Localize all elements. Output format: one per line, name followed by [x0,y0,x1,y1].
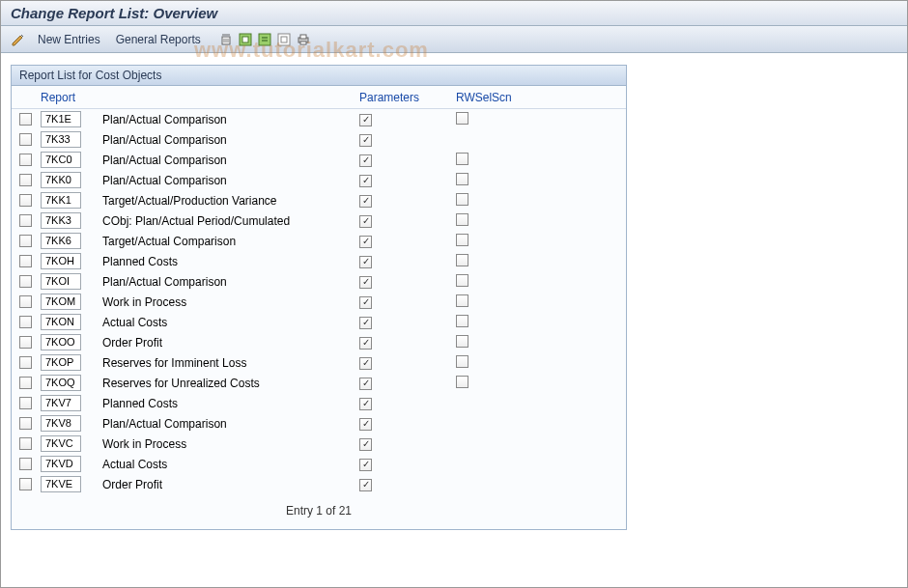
rwselscn-checkbox[interactable] [456,294,468,307]
panel-footer: Entry 1 of 21 [12,494,626,529]
rwselscn-checkbox[interactable] [456,193,468,206]
parameters-checkbox[interactable] [359,114,372,126]
col-header-parameters[interactable]: Parameters [350,91,446,104]
row-select-checkbox[interactable] [19,133,32,146]
row-select-checkbox[interactable] [19,275,32,288]
report-description: Reserves for Imminent Loss [99,356,350,370]
report-code[interactable]: 7KK3 [41,212,81,229]
rwselscn-checkbox[interactable] [456,112,468,125]
grid-body: 7K1EPlan/Actual Comparison7K33Plan/Actua… [12,109,626,494]
row-select-checkbox[interactable] [19,316,32,328]
report-description: Target/Actual Comparison [99,235,350,248]
parameters-checkbox[interactable] [359,438,372,451]
row-select-checkbox[interactable] [19,336,32,349]
parameters-checkbox[interactable] [359,256,372,268]
parameters-checkbox[interactable] [359,134,372,147]
row-select-checkbox[interactable] [19,194,32,207]
rwselscn-checkbox[interactable] [456,335,468,348]
parameters-checkbox[interactable] [359,276,372,289]
parameters-checkbox[interactable] [359,357,372,370]
report-code[interactable]: 7KK6 [41,233,81,249]
row-select-checkbox[interactable] [19,458,32,470]
select-all-icon[interactable] [238,32,253,47]
rwselscn-checkbox[interactable] [456,254,468,266]
row-select-checkbox[interactable] [19,113,32,126]
deselect-all-icon[interactable] [276,32,292,47]
row-select-checkbox[interactable] [19,154,32,166]
report-code[interactable]: 7KOM [41,294,81,310]
report-code[interactable]: 7KOQ [41,375,81,391]
table-row: 7KK0Plan/Actual Comparison [12,170,626,190]
general-reports-button[interactable]: General Reports [112,31,205,48]
row-select-checkbox[interactable] [19,437,32,450]
parameters-checkbox[interactable] [359,195,372,208]
col-header-rwselscn[interactable]: RWSelScn [446,91,543,104]
report-description: Plan/Actual Comparison [99,113,350,126]
report-code[interactable]: 7KK0 [41,172,81,188]
rwselscn-checkbox[interactable] [456,274,468,287]
report-code[interactable]: 7KON [41,314,81,330]
parameters-checkbox[interactable] [359,378,372,390]
table-row: 7KK6Target/Actual Comparison [12,231,626,251]
table-row: 7KV8Plan/Actual Comparison [12,413,626,434]
report-code[interactable]: 7KVC [41,435,81,452]
rwselscn-checkbox[interactable] [456,213,468,226]
row-select-checkbox[interactable] [19,377,32,389]
parameters-checkbox[interactable] [359,398,372,410]
parameters-checkbox[interactable] [359,418,372,431]
parameters-checkbox[interactable] [359,317,372,329]
row-select-checkbox[interactable] [19,478,32,490]
rwselscn-checkbox[interactable] [456,234,468,246]
select-block-icon[interactable] [257,32,272,47]
report-code[interactable]: 7KV7 [41,395,81,411]
parameters-checkbox[interactable] [359,215,372,228]
row-select-checkbox[interactable] [19,214,32,227]
report-code[interactable]: 7KK1 [41,192,81,209]
parameters-checkbox[interactable] [359,175,372,187]
parameters-checkbox[interactable] [359,459,372,471]
report-code[interactable]: 7K1E [41,111,81,127]
parameters-checkbox[interactable] [359,296,372,309]
report-description: Order Profit [99,336,350,350]
report-list-panel: Report List for Cost Objects Report Para… [11,65,627,530]
delete-icon[interactable] [218,32,234,47]
parameters-checkbox[interactable] [359,479,372,491]
parameters-checkbox[interactable] [359,154,372,167]
report-code[interactable]: 7KOO [41,334,81,350]
rwselscn-checkbox[interactable] [456,173,468,185]
report-description: Work in Process [99,437,350,451]
table-row: 7KVEOrder Profit [12,474,626,494]
report-code[interactable]: 7KVE [41,476,81,492]
row-select-checkbox[interactable] [19,356,32,369]
report-code[interactable]: 7KC0 [41,152,81,168]
new-entries-button[interactable]: New Entries [34,31,104,48]
row-select-checkbox[interactable] [19,235,32,247]
rwselscn-checkbox[interactable] [456,376,468,388]
row-select-checkbox[interactable] [19,417,32,430]
pencil-toggle-icon[interactable] [11,32,26,47]
table-row: 7KOOOrder Profit [12,332,626,352]
row-select-checkbox[interactable] [19,255,32,267]
title-bar: Change Report List: Overview [1,1,907,26]
svg-rect-10 [278,34,290,45]
col-header-report[interactable]: Report [41,91,99,104]
row-select-checkbox[interactable] [19,295,32,308]
table-row: 7KOPReserves for Imminent Loss [12,352,626,373]
row-select-checkbox[interactable] [19,174,32,186]
row-select-checkbox[interactable] [19,397,32,409]
report-code[interactable]: 7KOP [41,354,81,371]
parameters-checkbox[interactable] [359,236,372,248]
report-code[interactable]: 7K33 [41,131,81,148]
rwselscn-checkbox[interactable] [456,315,468,327]
print-icon[interactable] [296,32,311,47]
table-row: 7KOIPlan/Actual Comparison [12,271,626,292]
report-code[interactable]: 7KVD [41,456,81,472]
parameters-checkbox[interactable] [359,337,372,350]
report-code[interactable]: 7KV8 [41,415,81,432]
table-row: 7KK1Target/Actual/Production Variance [12,190,626,210]
report-code[interactable]: 7KOI [41,273,81,290]
rwselscn-checkbox[interactable] [456,153,468,165]
rwselscn-checkbox[interactable] [456,355,468,368]
report-description: Planned Costs [99,397,350,410]
report-code[interactable]: 7KOH [41,253,81,269]
